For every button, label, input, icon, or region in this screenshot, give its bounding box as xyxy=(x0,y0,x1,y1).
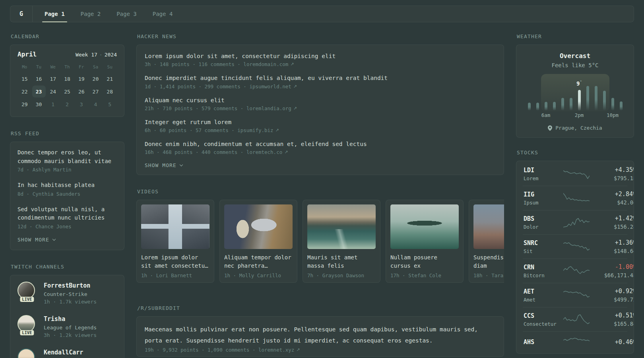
stock-values: +2.84%$42.04 xyxy=(590,191,634,206)
hn-story[interactable]: Aliquam nec cursus elit21h · 710 points … xyxy=(145,96,496,111)
app-logo[interactable]: G xyxy=(10,6,33,22)
stock-row[interactable]: DBSDolor+1.42%$156.28 xyxy=(523,210,627,234)
calendar-dow-label: Tu xyxy=(36,62,41,73)
calendar-day[interactable]: 4 xyxy=(89,98,102,110)
stock-row[interactable]: CRNBitcorn-1.00%$66,171.48 xyxy=(523,259,627,283)
video-card[interactable]: Nullam posuerecursus ex17h · Stefan Cole xyxy=(386,200,464,283)
stock-row[interactable]: LDILorem+4.35%$795.18 xyxy=(523,162,627,186)
video-title[interactable]: Mauris sit ametmassa felis xyxy=(307,253,376,270)
nav-tab-page-3[interactable]: Page 3 xyxy=(109,6,145,22)
video-title[interactable]: Aliquam tempor dolornec pharetra… xyxy=(224,253,293,270)
nav-tab-page-1[interactable]: Page 1 xyxy=(37,6,73,22)
channel-avatar-wrap xyxy=(17,348,37,358)
subreddit-post-title[interactable]: Maecenas mollis pulvinar erat non posuer… xyxy=(145,324,496,346)
stock-price: $156.28 xyxy=(590,224,634,230)
video-thumbnail[interactable] xyxy=(390,204,459,249)
hn-story-title[interactable]: Donec imperdiet augue tincidunt felis al… xyxy=(145,74,496,82)
video-title-line: diam xyxy=(473,262,504,270)
channel-name[interactable]: Trisha xyxy=(44,315,97,323)
hn-story-title[interactable]: Integer eget rutrum lorem xyxy=(145,118,496,126)
calendar-day[interactable]: 25 xyxy=(60,86,74,97)
dashboard-page: G Page 1Page 2Page 3Page 4 CALENDAR Apri… xyxy=(0,0,644,358)
stock-row[interactable]: IIGIpsum+2.84%$42.04 xyxy=(523,186,627,210)
item-domain-link[interactable]: loremdomain.com xyxy=(243,61,288,67)
video-title[interactable]: Nullam posuerecursus ex xyxy=(390,253,459,270)
stock-row[interactable]: SNRCSit+1.36%$148.64 xyxy=(523,234,627,259)
item-domain-link[interactable]: loremtech.co xyxy=(246,149,282,155)
stock-name: Bitcorn xyxy=(524,272,563,278)
stock-change: +2.84% xyxy=(590,191,634,198)
stock-symbol[interactable]: SNRC xyxy=(524,239,563,247)
stock-symbol[interactable]: AHS xyxy=(524,339,563,346)
weather-bar xyxy=(595,86,597,111)
item-domain-link[interactable]: loremnet.xyz xyxy=(258,347,294,353)
twitch-channel[interactable]: LIVETrishaLeague of Legends3h · 1.2k vie… xyxy=(17,315,117,338)
calendar-day[interactable]: 22 xyxy=(18,86,31,97)
video-title[interactable]: Lorem ipsum dolorsit amet consectetu… xyxy=(141,253,209,270)
video-card[interactable]: Suspendissediam18h · Tara xyxy=(469,200,504,283)
calendar-day[interactable]: 15 xyxy=(18,73,31,85)
subreddit-post[interactable]: Maecenas mollis pulvinar erat non posuer… xyxy=(145,324,496,353)
stock-symbol[interactable]: CRN xyxy=(524,264,563,271)
rss-item[interactable]: Donec tempor eros leo, ut commodo mauris… xyxy=(17,148,117,173)
stock-row[interactable]: AETAmet+0.92%$499.72 xyxy=(523,283,627,307)
stock-symbol[interactable]: DBS xyxy=(524,215,563,222)
calendar-day[interactable]: 27 xyxy=(89,86,102,97)
item-domain-link[interactable]: ipsumify.biz xyxy=(237,127,273,133)
calendar-day[interactable]: 18 xyxy=(60,73,74,85)
rss-section-label: RSS FEED xyxy=(11,130,124,136)
video-card[interactable]: Lorem ipsum dolorsit amet consectetu…1h … xyxy=(136,200,214,283)
video-thumbnail[interactable] xyxy=(224,204,293,249)
calendar-day[interactable]: 16 xyxy=(32,73,46,85)
hn-story-title[interactable]: Aliquam nec cursus elit xyxy=(145,96,496,104)
twitch-channel[interactable]: LIVEForrestBurtonCounter-Strike1h · 1.7k… xyxy=(17,282,117,305)
calendar-day[interactable]: 26 xyxy=(75,86,88,97)
calendar-day[interactable]: 5 xyxy=(103,98,116,110)
video-card[interactable]: Mauris sit ametmassa felis7h · Grayson D… xyxy=(303,200,380,283)
stock-row[interactable]: AHS+0.46% xyxy=(523,331,627,352)
nav-tab-page-4[interactable]: Page 4 xyxy=(145,6,181,22)
calendar-day[interactable]: 24 xyxy=(46,86,60,97)
nav-tab-page-2[interactable]: Page 2 xyxy=(73,6,109,22)
rss-item[interactable]: In hac habitasse platea8d · Cynthia Saun… xyxy=(17,181,117,197)
calendar-day[interactable]: 19 xyxy=(75,73,88,85)
rss-item[interactable]: Sed volutpat nulla nisl, a condimentum n… xyxy=(17,205,117,230)
calendar-day[interactable]: 29 xyxy=(18,98,31,110)
hn-story-title[interactable]: Lorem ipsum dolor sit amet, consectetur … xyxy=(145,52,496,60)
channel-name[interactable]: KendallCarr xyxy=(44,348,83,356)
calendar-day[interactable]: 30 xyxy=(32,98,46,110)
video-thumbnail[interactable] xyxy=(473,204,504,249)
video-title[interactable]: Suspendissediam xyxy=(473,253,504,270)
stock-symbol[interactable]: CCS xyxy=(524,312,563,319)
show-more-button[interactable]: SHOW MORE xyxy=(145,162,182,168)
stock-symbol[interactable]: AET xyxy=(524,288,563,295)
calendar-day[interactable]: 28 xyxy=(103,86,116,97)
hn-story-title[interactable]: Donec enim nibh, condimentum et accumsan… xyxy=(145,140,496,148)
show-more-button[interactable]: SHOW MORE xyxy=(17,237,55,243)
hn-story[interactable]: Donec enim nibh, condimentum et accumsan… xyxy=(145,140,496,155)
stock-row[interactable]: CCSConsectetur+0.51%$165.84 xyxy=(523,307,627,331)
hn-story[interactable]: Integer eget rutrum lorem6h · 60 points … xyxy=(145,118,496,133)
stock-price: $499.72 xyxy=(590,296,634,303)
video-thumbnail[interactable] xyxy=(141,204,209,249)
hn-story[interactable]: Lorem ipsum dolor sit amet, consectetur … xyxy=(145,52,496,67)
calendar-day[interactable]: 1 xyxy=(46,98,60,110)
stock-symbol[interactable]: IIG xyxy=(524,191,563,198)
calendar-day[interactable]: 21 xyxy=(103,73,116,85)
stock-symbol[interactable]: LDI xyxy=(524,167,563,174)
hn-story[interactable]: Donec imperdiet augue tincidunt felis al… xyxy=(145,74,496,89)
video-card[interactable]: Aliquam tempor dolornec pharetra…1h · Mo… xyxy=(219,200,297,283)
twitch-channel[interactable]: KendallCarr xyxy=(17,348,117,358)
video-thumbnail[interactable] xyxy=(307,204,376,249)
top-nav: G Page 1Page 2Page 3Page 4 xyxy=(10,6,634,22)
calendar-day[interactable]: 3 xyxy=(75,98,88,110)
calendar-day[interactable]: 20 xyxy=(89,73,102,85)
channel-avatar-wrap: LIVE xyxy=(17,315,37,333)
stock-name: Amet xyxy=(524,297,563,303)
channel-name[interactable]: ForrestBurton xyxy=(44,282,97,290)
calendar-day[interactable]: 2 xyxy=(60,98,74,110)
item-domain-link[interactable]: ipsumworld.net xyxy=(249,84,291,90)
calendar-day[interactable]: 17 xyxy=(46,73,60,85)
item-domain-link[interactable]: loremlandia.org xyxy=(246,105,291,111)
calendar-day-selected[interactable]: 23 xyxy=(32,86,46,97)
